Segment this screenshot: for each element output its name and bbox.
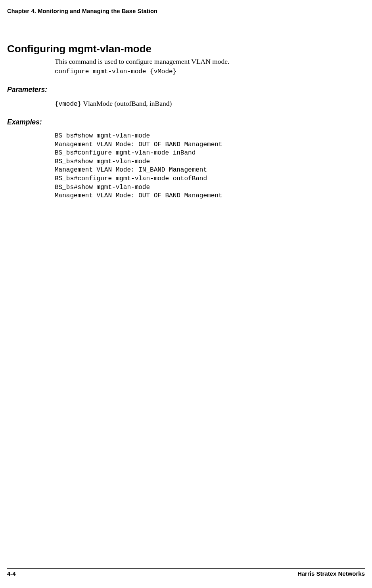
company-name: Harris Stratex Networks	[297, 570, 365, 577]
examples-heading: Examples:	[7, 118, 365, 126]
command-syntax: configure mgmt-vlan-mode {vMode}	[55, 68, 365, 75]
chapter-label: Chapter 4. Monitoring and Managing the B…	[7, 8, 157, 14]
examples-code-block: BS_bs#show mgmt-vlan-mode Management VLA…	[55, 132, 365, 200]
parameter-description: VlanMode (outofBand, inBand)	[81, 99, 172, 107]
page-number: 4-4	[7, 570, 16, 577]
intro-text: This command is used to configure manage…	[55, 57, 365, 66]
page-header: Chapter 4. Monitoring and Managing the B…	[7, 8, 365, 14]
parameter-row: {vmode} VlanMode (outofBand, inBand)	[55, 99, 365, 108]
page-footer: 4-4 Harris Stratex Networks	[7, 568, 365, 577]
parameter-code: {vmode}	[55, 101, 81, 108]
parameters-heading: Parameters:	[7, 86, 365, 94]
section-title: Configuring mgmt-vlan-mode	[7, 43, 365, 55]
